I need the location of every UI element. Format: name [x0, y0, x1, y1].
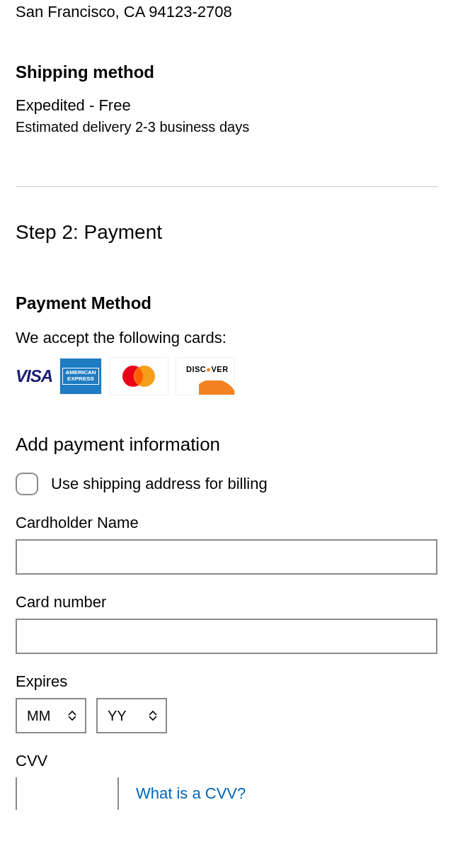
cardholder-name-label: Cardholder Name	[16, 514, 437, 532]
expires-month-select[interactable]: MM	[16, 698, 86, 733]
expires-year-select[interactable]: YY	[96, 698, 167, 733]
stepper-icon	[149, 710, 159, 721]
cvv-label: CVV	[16, 752, 437, 770]
use-shipping-label: Use shipping address for billing	[51, 475, 268, 493]
section-divider	[16, 186, 437, 187]
address-city-state-zip: San Francisco, CA 94123-2708	[16, 3, 437, 21]
expires-label: Expires	[16, 672, 437, 691]
accepted-cards-text: We accept the following cards:	[16, 329, 437, 347]
payment-method-heading: Payment Method	[16, 293, 437, 313]
use-shipping-checkbox[interactable]	[16, 473, 38, 495]
shipping-method-heading: Shipping method	[16, 62, 437, 82]
amex-icon: AMERICAN EXPRESS	[59, 358, 102, 395]
card-icons-row: VISA AMERICAN EXPRESS DISC●VER	[16, 357, 437, 395]
cvv-input[interactable]	[16, 777, 119, 810]
cardholder-name-input[interactable]	[16, 539, 437, 575]
card-number-label: Card number	[16, 593, 437, 611]
stepper-icon	[68, 710, 78, 721]
mastercard-icon	[109, 357, 168, 395]
shipping-option: Expedited - Free	[16, 96, 437, 115]
visa-icon: VISA	[16, 366, 52, 386]
expires-month-placeholder: MM	[27, 708, 50, 724]
discover-icon: DISC●VER	[176, 357, 235, 395]
what-is-cvv-link[interactable]: What is a CVV?	[136, 784, 246, 803]
step-title: Step 2: Payment	[16, 221, 437, 244]
shipping-estimate: Estimated delivery 2-3 business days	[16, 119, 437, 135]
expires-year-placeholder: YY	[108, 708, 127, 724]
card-number-input[interactable]	[16, 619, 437, 654]
add-payment-heading: Add payment information	[16, 434, 437, 456]
